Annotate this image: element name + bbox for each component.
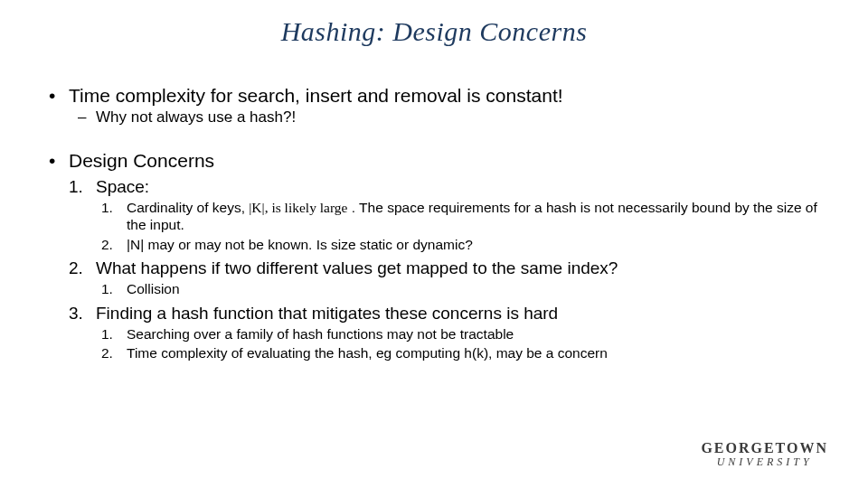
inner-num-2: 2. — [101, 236, 123, 253]
slide-title: Hashing: Design Concerns — [43, 16, 825, 47]
concern-space: 1. Space: 1. Cardinality of keys, |K|, i… — [96, 177, 825, 253]
space-sublist: 1. Cardinality of keys, |K|, is likely l… — [96, 199, 825, 253]
logo-line-2: UNIVERSITY — [701, 456, 828, 468]
hash-function-sublist: 1. Searching over a family of hash funct… — [96, 325, 825, 362]
hash-item-1-text: Searching over a family of hash function… — [127, 326, 514, 342]
concern-space-label: Space: — [96, 177, 149, 196]
num-1: 1. — [69, 177, 92, 197]
bullet-1-sublist: Why not always use a hash?! — [69, 108, 825, 127]
bullet-2-text: Design Concerns — [69, 150, 825, 172]
slide: Hashing: Design Concerns Time complexity… — [0, 0, 868, 488]
logo-line-1: GEORGETOWN — [701, 441, 828, 456]
hash-item-1: 1. Searching over a family of hash funct… — [127, 325, 825, 343]
inner-num-1: 1. — [101, 199, 123, 216]
bullet-1-text: Time complexity for search, insert and r… — [69, 85, 825, 107]
georgetown-logo: GEORGETOWN UNIVERSITY — [701, 441, 828, 468]
inner-num-1c: 1. — [101, 325, 123, 343]
collision-item-1-text: Collision — [127, 281, 180, 296]
concern-collision: 2. What happens if two different values … — [96, 258, 825, 297]
num-3: 3. — [69, 304, 92, 324]
hash-item-2-text: Time complexity of evaluating the hash, … — [127, 345, 608, 361]
inner-num-1b: 1. — [101, 280, 123, 297]
bullet-item-2: Design Concerns 1. Space: 1. Cardinality… — [69, 150, 825, 361]
space-item-1-pre: Cardinality of keys, — [127, 200, 249, 215]
num-2: 2. — [69, 258, 92, 278]
hash-item-2: 2. Time complexity of evaluating the has… — [127, 344, 825, 361]
concern-hash-function-label: Finding a hash function that mitigates t… — [96, 304, 558, 323]
concern-collision-label: What happens if two different values get… — [96, 258, 618, 277]
space-item-1-mid: |K|, is likely large — [249, 200, 347, 215]
space-item-1: 1. Cardinality of keys, |K|, is likely l… — [127, 199, 825, 234]
space-item-2: 2. |N| may or may not be known. Is size … — [127, 236, 825, 253]
inner-num-2c: 2. — [101, 344, 123, 361]
concern-hash-function: 3. Finding a hash function that mitigate… — [96, 304, 825, 362]
design-concerns-list: 1. Space: 1. Cardinality of keys, |K|, i… — [69, 177, 825, 361]
collision-item-1: 1. Collision — [127, 280, 825, 297]
bullet-item-1: Time complexity for search, insert and r… — [69, 85, 825, 127]
collision-sublist: 1. Collision — [96, 280, 825, 297]
bullet-1-sub-1: Why not always use a hash?! — [96, 108, 825, 127]
space-item-2-text: |N| may or may not be known. Is size sta… — [127, 237, 473, 252]
bullet-list: Time complexity for search, insert and r… — [43, 85, 825, 361]
